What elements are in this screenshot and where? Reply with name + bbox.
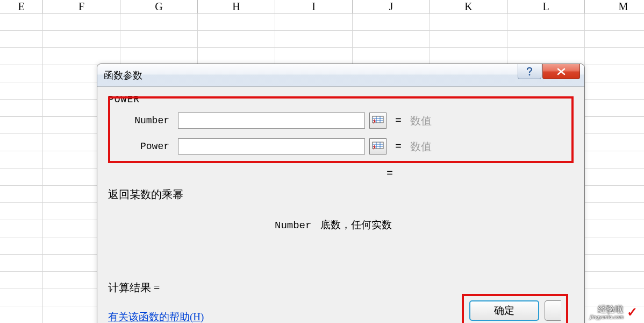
range-selector-icon bbox=[372, 116, 384, 125]
param-label: Power bbox=[121, 141, 169, 152]
column-header[interactable]: I bbox=[275, 0, 353, 13]
function-help-link[interactable]: 有关该函数的帮助(H) bbox=[108, 310, 204, 323]
column-header[interactable]: M bbox=[585, 0, 644, 13]
grid-row bbox=[0, 31, 644, 48]
function-arguments-dialog: 函数参数 POWER Number bbox=[97, 64, 585, 323]
ok-button[interactable]: 确定 bbox=[469, 300, 539, 321]
param-label: Number bbox=[121, 115, 169, 126]
column-header[interactable]: L bbox=[507, 0, 585, 13]
ok-button-highlight: 确定 bbox=[462, 294, 568, 323]
cancel-button-partial[interactable] bbox=[545, 300, 561, 321]
param-row-power: Power = 数值 bbox=[121, 138, 561, 155]
column-header[interactable]: G bbox=[120, 0, 198, 13]
close-icon bbox=[556, 68, 566, 75]
check-icon: ✓ bbox=[627, 305, 638, 320]
titlebar[interactable]: 函数参数 bbox=[97, 64, 584, 87]
help-icon bbox=[525, 67, 534, 76]
param-row-number: Number = 数值 bbox=[121, 113, 561, 129]
column-headers: E F G H I J K L M bbox=[0, 0, 644, 13]
range-selector-icon bbox=[372, 142, 384, 151]
grid-row bbox=[0, 48, 644, 65]
column-header[interactable]: K bbox=[430, 0, 507, 13]
equals-sign: = bbox=[395, 115, 402, 127]
param-hint: 数值 bbox=[410, 139, 432, 154]
watermark: 经验啦 jingyanla.com ✓ bbox=[590, 305, 638, 320]
svg-point-0 bbox=[529, 74, 531, 75]
grid-row bbox=[0, 13, 644, 31]
param-hint: 数值 bbox=[410, 114, 432, 128]
parameters-highlight: Number = 数值 Power bbox=[108, 96, 574, 163]
close-button[interactable] bbox=[542, 64, 580, 79]
column-header[interactable]: H bbox=[198, 0, 275, 13]
power-input[interactable] bbox=[178, 138, 365, 155]
help-button[interactable] bbox=[518, 64, 541, 79]
range-selector-button[interactable] bbox=[369, 113, 387, 129]
range-selector-button[interactable] bbox=[369, 138, 387, 155]
column-header[interactable]: J bbox=[353, 0, 430, 13]
calculation-result-label: 计算结果 = bbox=[108, 280, 574, 295]
watermark-cn: 经验啦 bbox=[598, 305, 624, 314]
result-equals: = bbox=[387, 167, 574, 180]
function-description: 返回某数的乘幂 bbox=[108, 187, 574, 202]
watermark-en: jingyanla.com bbox=[590, 314, 624, 320]
parameter-description: Number 底数，任何实数 bbox=[275, 218, 574, 232]
column-header[interactable]: F bbox=[43, 0, 120, 13]
column-header[interactable]: E bbox=[0, 0, 43, 13]
number-input[interactable] bbox=[178, 113, 365, 129]
equals-sign: = bbox=[395, 141, 402, 153]
dialog-title: 函数参数 bbox=[104, 69, 142, 82]
